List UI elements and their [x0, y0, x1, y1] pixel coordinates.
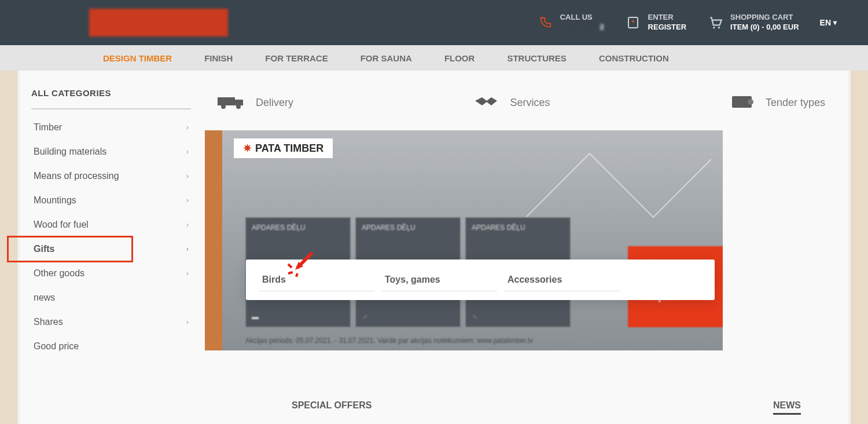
call-us-label: CALL US: [560, 13, 604, 23]
flyout-toys-games[interactable]: Toys, games: [381, 269, 497, 291]
cat-label: Gifts: [34, 244, 54, 254]
cat-means-of-processing[interactable]: Means of processing ›: [31, 164, 191, 188]
cat-label: Good price: [34, 341, 79, 352]
cat-good-price[interactable]: Good price: [31, 334, 191, 359]
banner-brand-text: PATA TIMBER: [255, 142, 323, 155]
call-us-block[interactable]: CALL US xxxxxxxxx 2: [537, 13, 604, 32]
cat-mountings[interactable]: Mountings ›: [31, 188, 191, 213]
cat-label: Wood for fuel: [34, 220, 89, 230]
chevron-right-icon: ›: [186, 172, 189, 180]
info-label: Delivery: [256, 97, 293, 109]
info-tender[interactable]: Tender types: [730, 93, 825, 113]
info-label: Tender types: [766, 97, 825, 109]
cat-label: news: [34, 293, 55, 303]
nav-for-sauna[interactable]: FOR SAUNA: [344, 53, 428, 63]
cat-gifts[interactable]: Gifts ›: [31, 237, 191, 261]
svg-point-2: [713, 27, 715, 28]
card-icon: [730, 93, 755, 113]
cat-building-materials[interactable]: Building materials ›: [31, 140, 191, 164]
nav-finish[interactable]: FINISH: [188, 53, 249, 63]
info-delivery[interactable]: Delivery: [216, 93, 293, 113]
brand-mark-icon: ✷: [243, 142, 252, 155]
bottom-section-tabs: SPECIAL OFFERS NEWS: [292, 400, 801, 415]
nav-construction[interactable]: CONSTRUCTION: [583, 53, 685, 63]
svg-point-1: [632, 20, 634, 23]
banner-brand-badge: ✷ PATA TIMBER: [234, 138, 333, 158]
chevron-right-icon: ›: [186, 196, 189, 204]
cat-wood-for-fuel[interactable]: Wood for fuel ›: [31, 213, 191, 237]
language-selector[interactable]: EN ▾: [820, 18, 837, 27]
svg-point-3: [718, 27, 720, 28]
cat-other-goods[interactable]: Other goods ›: [31, 261, 191, 286]
info-services[interactable]: Services: [473, 93, 550, 113]
chevron-right-icon: ›: [186, 221, 189, 229]
language-value: EN: [820, 18, 831, 27]
flyout-birds[interactable]: Birds: [259, 269, 374, 291]
chevron-right-icon: ›: [186, 269, 189, 277]
phone-icon: [537, 14, 553, 31]
cat-label: Means of processing: [34, 171, 119, 181]
all-categories-title: ALL CATEGORIES: [31, 88, 191, 109]
svg-point-7: [236, 104, 241, 109]
chevron-right-icon: ›: [186, 148, 189, 156]
enter-label: ENTER: [648, 13, 686, 23]
call-us-number: xxxxxxxxx 2: [560, 23, 604, 32]
svg-point-6: [221, 104, 226, 109]
chevron-right-icon: ›: [186, 123, 189, 131]
truck-icon: [216, 93, 245, 113]
nav-floor[interactable]: FLOOR: [428, 53, 491, 63]
tab-special-offers[interactable]: SPECIAL OFFERS: [292, 400, 372, 415]
nav-design-timber[interactable]: DESIGN TIMBER: [87, 53, 188, 63]
page-body: ALL CATEGORIES Timber › Building materia…: [20, 71, 848, 424]
main-content: Delivery Services Tender types ✷ PATA TI…: [205, 88, 837, 424]
cat-label: Building materials: [34, 147, 106, 157]
info-row: Delivery Services Tender types: [205, 88, 837, 130]
cat-timber[interactable]: Timber ›: [31, 115, 191, 140]
top-actions: CALL US xxxxxxxxx 2 ENTER REGISTER SHOPP…: [537, 13, 837, 32]
logo-redacted: [89, 9, 228, 36]
banner-disclaimer: Akcijas periods: 05.07.2021. - 31.07.202…: [245, 337, 533, 345]
svg-rect-4: [218, 97, 235, 105]
cat-label: Timber: [34, 122, 62, 133]
shopping-cart-block[interactable]: SHOPPING CART ITEM (0) - 0,00 EUR: [707, 13, 799, 32]
cat-label: Mountings: [34, 195, 76, 206]
cart-label: SHOPPING CART: [730, 13, 799, 23]
gifts-submenu-flyout: Birds Toys, games Accessories: [246, 259, 715, 300]
enter-register-block[interactable]: ENTER REGISTER: [625, 13, 686, 32]
chevron-right-icon: ›: [186, 318, 189, 326]
main-nav-bar: DESIGN TIMBER FINISH FOR TERRACE FOR SAU…: [0, 45, 868, 71]
nav-for-terrace[interactable]: FOR TERRACE: [249, 53, 344, 63]
cart-value: ITEM (0) - 0,00 EUR: [730, 23, 799, 32]
cat-label: Shares: [34, 317, 63, 327]
tab-news[interactable]: NEWS: [773, 400, 801, 415]
highlight-rectangle: [7, 236, 133, 262]
chevron-down-icon: ▾: [833, 19, 837, 27]
person-login-icon: [625, 14, 641, 31]
chevron-right-icon: ›: [186, 245, 189, 253]
hero-banner[interactable]: ✷ PATA TIMBER APDARES DĒĻU▬ APDARES DĒĻU…: [205, 130, 723, 350]
nav-structures[interactable]: STRUCTURES: [491, 53, 583, 63]
svg-point-9: [748, 99, 753, 105]
top-header-bar: CALL US xxxxxxxxx 2 ENTER REGISTER SHOPP…: [0, 0, 868, 45]
flyout-accessories[interactable]: Accessories: [504, 269, 620, 291]
register-label: REGISTER: [648, 23, 686, 32]
category-sidebar: ALL CATEGORIES Timber › Building materia…: [31, 88, 205, 424]
info-label: Services: [510, 97, 550, 109]
cat-label: Other goods: [34, 268, 84, 279]
cart-icon: [707, 14, 723, 31]
cat-news[interactable]: news: [31, 286, 191, 310]
cat-shares[interactable]: Shares ›: [31, 310, 191, 334]
handshake-icon: [473, 93, 499, 113]
